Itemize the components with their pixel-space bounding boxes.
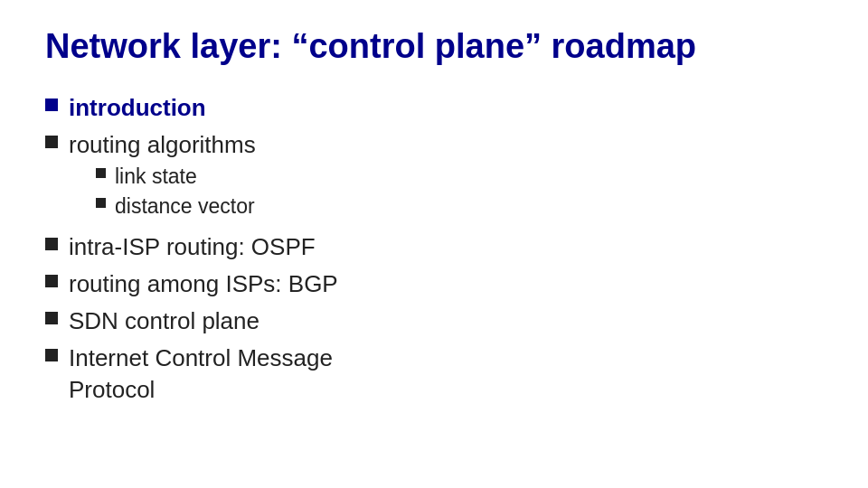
bullet-icon-introduction [45, 99, 58, 111]
list-item-sdn: SDN control plane [45, 305, 823, 337]
bullet-icon-intra-isp [45, 238, 58, 250]
bullet-icon-routing-algorithms [45, 136, 58, 148]
list-item-distance-vector: distance vector [96, 192, 256, 221]
main-bullet-list: introduction routing algorithms link sta… [45, 92, 823, 412]
list-item-icmp: Internet Control Message Protocol [45, 343, 823, 406]
item-label-distance-vector: distance vector [115, 192, 255, 221]
slide-title: Network layer: “control plane” roadmap [45, 27, 823, 67]
list-item-link-state: link state [96, 163, 256, 191]
item-label-introduction: introduction [69, 92, 206, 124]
bullet-icon-sdn [45, 312, 58, 324]
item-label-sdn: SDN control plane [69, 305, 259, 337]
item-label-intra-isp: intra-ISP routing: OSPF [69, 231, 316, 263]
list-item-routing-among-isps: routing among ISPs: BGP [45, 268, 823, 300]
item-label-routing-algorithms: routing algorithms [69, 131, 256, 158]
item-label-icmp-line2: Protocol [69, 374, 333, 406]
bullet-icon-distance-vector [96, 198, 106, 208]
item-label-routing-among-isps: routing among ISPs: BGP [69, 268, 338, 300]
bullet-icon-icmp [45, 349, 58, 361]
list-item-introduction: introduction [45, 92, 823, 124]
bullet-icon-routing-among-isps [45, 275, 58, 287]
sub-bullet-list-routing: link state distance vector [96, 163, 256, 221]
list-item-routing-algorithms: routing algorithms link state distance v… [45, 129, 823, 226]
list-item-intra-isp: intra-ISP routing: OSPF [45, 231, 823, 263]
bullet-icon-link-state [96, 168, 106, 178]
item-label-icmp-line1: Internet Control Message [69, 343, 333, 374]
slide: Network layer: “control plane” roadmap i… [0, 0, 868, 488]
item-label-link-state: link state [115, 163, 197, 191]
item-label-icmp-wrapper: Internet Control Message Protocol [69, 343, 333, 406]
